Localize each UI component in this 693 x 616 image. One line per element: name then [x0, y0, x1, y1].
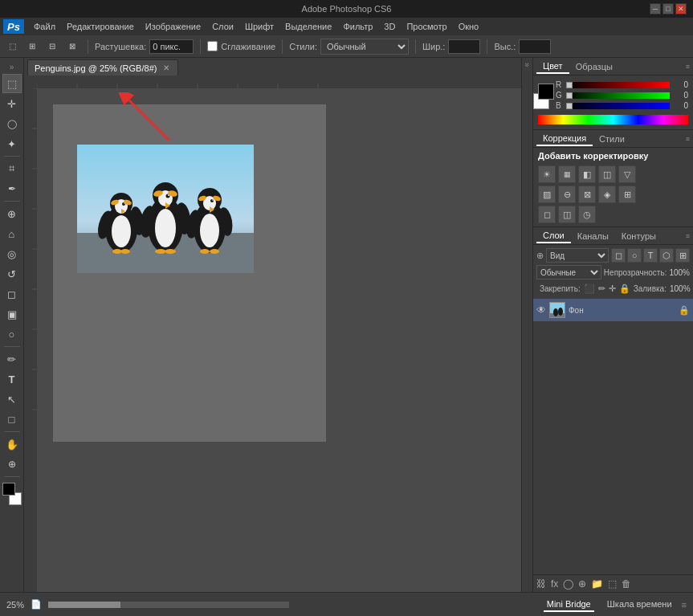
tool-marquee[interactable]: ⬚: [2, 74, 22, 93]
layer-visibility-btn[interactable]: 👁: [536, 304, 546, 316]
canvas-scroll-area[interactable]: [37, 88, 521, 592]
lock-all[interactable]: 🔒: [619, 284, 630, 294]
width-input[interactable]: [448, 39, 480, 54]
new-group-btn[interactable]: 📁: [591, 578, 603, 589]
maximize-button[interactable]: □: [662, 3, 674, 14]
corr-invert[interactable]: ◫: [558, 206, 576, 223]
add-style-btn[interactable]: fx: [551, 578, 558, 589]
document-tab[interactable]: Penguins.jpg @ 25% (RGB/8#) ✕: [27, 59, 178, 75]
status-tab-timeline[interactable]: Шкала времени: [604, 598, 675, 612]
menu-view[interactable]: Просмотр: [402, 20, 451, 33]
toolbar-new-selection[interactable]: ⬚: [3, 38, 21, 55]
correction-panel-collapse[interactable]: ≡: [686, 135, 690, 143]
tool-pen[interactable]: ✏: [2, 349, 22, 369]
tool-path-select[interactable]: ↖: [2, 390, 22, 409]
corr-exposure[interactable]: ◫: [598, 165, 616, 183]
lock-image[interactable]: ✏: [598, 284, 605, 294]
tab-color[interactable]: Цвет: [536, 59, 569, 74]
corr-color-lookup[interactable]: ◻: [538, 206, 556, 223]
title-bar: Adobe Photoshop CS6 ─ □ ✕: [0, 0, 693, 18]
tool-heal[interactable]: ⊕: [2, 204, 22, 223]
filter-pixel[interactable]: ◻: [611, 248, 626, 263]
layers-panel-collapse[interactable]: ≡: [686, 232, 690, 240]
menu-font[interactable]: Шрифт: [240, 20, 279, 33]
layer-item-bg[interactable]: 👁 Фон 🔒: [533, 299, 693, 321]
corr-levels[interactable]: ▦: [558, 165, 576, 183]
tool-hand[interactable]: ✋: [2, 434, 22, 454]
tool-brush[interactable]: ⌂: [2, 224, 22, 243]
corr-color-balance[interactable]: ⊖: [558, 186, 576, 203]
corr-channel-mixer[interactable]: ⊞: [618, 186, 636, 203]
toolbar-add-selection[interactable]: ⊞: [23, 38, 41, 55]
height-input[interactable]: [519, 39, 551, 54]
corr-vibrance[interactable]: ▽: [618, 165, 636, 183]
corr-photo-filter[interactable]: ◈: [598, 186, 616, 203]
tab-styles[interactable]: Стили: [593, 133, 631, 145]
layers-panel: Слои Каналы Контуры ≡ ⊕ Вид ◻ ○ T ⬡ ⊞: [533, 227, 693, 592]
status-tab-mini-bridge[interactable]: Mini Bridge: [544, 598, 594, 612]
menu-layers[interactable]: Слои: [207, 20, 238, 33]
new-adjustment-btn[interactable]: ⊕: [578, 578, 586, 589]
link-layers-btn[interactable]: ⛓: [536, 578, 546, 589]
blend-mode-select[interactable]: Обычные: [536, 265, 601, 279]
tool-gradient[interactable]: ▣: [2, 304, 22, 324]
minimize-button[interactable]: ─: [650, 3, 661, 14]
close-button[interactable]: ✕: [675, 3, 687, 14]
menu-image[interactable]: Изображение: [141, 20, 206, 33]
blue-slider[interactable]: [566, 103, 670, 109]
tool-crop[interactable]: ⌗: [2, 159, 22, 178]
style-select[interactable]: Обычный Фиксированный: [320, 39, 409, 55]
new-layer-btn[interactable]: ⬚: [608, 578, 617, 589]
menu-file[interactable]: Файл: [29, 20, 60, 33]
menu-edit[interactable]: Редактирование: [62, 20, 139, 33]
menu-select[interactable]: Выделение: [280, 20, 336, 33]
tool-magic-wand[interactable]: ✦: [2, 134, 22, 153]
tool-move[interactable]: ✛: [2, 94, 22, 113]
tool-history-brush[interactable]: ↺: [2, 264, 22, 284]
tab-correction[interactable]: Коррекция: [536, 132, 593, 146]
lock-position[interactable]: ✛: [609, 284, 616, 294]
corr-curves[interactable]: ◧: [578, 165, 596, 183]
filter-type[interactable]: T: [643, 248, 658, 263]
right-expand-arrow[interactable]: »: [521, 61, 533, 69]
filter-smart[interactable]: ⊞: [675, 248, 690, 263]
red-slider[interactable]: [566, 82, 670, 88]
green-slider[interactable]: [566, 92, 670, 99]
tool-clone[interactable]: ◎: [2, 244, 22, 263]
tool-shape[interactable]: □: [2, 410, 22, 429]
tab-swatches[interactable]: Образцы: [569, 60, 619, 73]
filter-shape[interactable]: ⬡: [659, 248, 674, 263]
menu-filter[interactable]: Фильтр: [338, 20, 377, 33]
toolbar-expand-top[interactable]: »: [8, 61, 16, 73]
delete-layer-btn[interactable]: 🗑: [622, 578, 631, 589]
status-expand-btn[interactable]: ≡: [682, 600, 687, 610]
menu-3d[interactable]: 3D: [379, 20, 400, 33]
add-mask-btn[interactable]: ◯: [563, 578, 573, 589]
layer-type-filter[interactable]: Вид: [546, 248, 609, 263]
tab-channels[interactable]: Каналы: [571, 230, 615, 243]
toolbar-intersect-selection[interactable]: ⊠: [63, 38, 81, 55]
color-panel-collapse[interactable]: ≡: [686, 63, 690, 71]
smooth-checkbox[interactable]: [207, 41, 218, 51]
toolbar-subtract-selection[interactable]: ⊟: [43, 38, 61, 55]
feather-input[interactable]: [149, 39, 194, 54]
tool-type[interactable]: T: [2, 369, 22, 389]
tab-layers[interactable]: Слои: [536, 229, 571, 243]
corr-hue[interactable]: ▨: [538, 186, 556, 203]
tab-close-btn[interactable]: ✕: [163, 63, 169, 72]
corr-posterize[interactable]: ◷: [578, 206, 596, 223]
corr-brightness[interactable]: ☀: [538, 165, 556, 183]
lock-transparent[interactable]: ⬛: [584, 284, 595, 294]
tool-zoom[interactable]: ⊕: [2, 455, 22, 474]
fg-color-swatch[interactable]: [538, 84, 554, 100]
tab-paths[interactable]: Контуры: [615, 230, 662, 243]
tool-eraser[interactable]: ◻: [2, 284, 22, 304]
filter-adjust[interactable]: ○: [627, 248, 642, 263]
menu-window[interactable]: Окно: [454, 20, 484, 33]
tool-eyedropper[interactable]: ✒: [2, 179, 22, 198]
tool-lasso[interactable]: ◯: [2, 114, 22, 133]
foreground-color[interactable]: [2, 483, 15, 496]
color-spectrum[interactable]: [538, 115, 688, 124]
corr-bw[interactable]: ⊠: [578, 186, 596, 203]
tool-dodge[interactable]: ○: [2, 324, 22, 344]
